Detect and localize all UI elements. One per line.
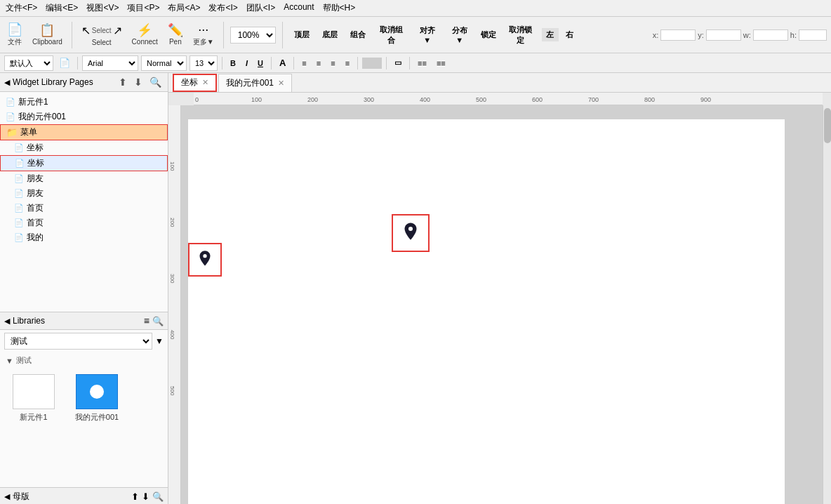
lib-item-new1[interactable]: 新元件1 (6, 374, 62, 423)
tab-zuobiao[interactable]: 坐标 ✕ (173, 74, 217, 92)
lib-group-collapse-icon[interactable]: ▼ (6, 357, 13, 365)
vscrollbar[interactable] (823, 105, 831, 504)
tab-mycomp001-close[interactable]: ✕ (278, 79, 284, 88)
more-format-btn[interactable]: ≡≡ (414, 58, 430, 69)
tree-item-new1[interactable]: 📄 新元件1 (0, 95, 168, 110)
select-arrow: ↗ (113, 24, 122, 37)
lib-dropdown: 测试 ▼ (4, 333, 164, 350)
select-icon: ↖ (81, 24, 91, 37)
tree-label-coord1: 坐标 (27, 142, 44, 154)
italic-btn[interactable]: I (242, 58, 251, 69)
tree-item-home1[interactable]: 📄 首页 (0, 201, 168, 215)
collapse-master-icon[interactable]: ◀ (4, 492, 10, 501)
canvas-area[interactable] (181, 105, 823, 504)
tree-item-menu[interactable]: 📁 菜单 (0, 124, 168, 140)
collapse-lib-icon[interactable]: ◀ (4, 317, 10, 326)
zoom-select[interactable]: 100% 75% 150% (230, 27, 276, 44)
menu-edit[interactable]: 编辑<E> (46, 2, 78, 14)
coord-y-input[interactable] (706, 29, 741, 41)
tree-item-friend2[interactable]: 📄 朋友 (0, 186, 168, 201)
ruler-mark-100: 100 (251, 96, 262, 103)
tree-item-home2[interactable]: 📄 首页 (0, 215, 168, 230)
lib-item-mycomp001[interactable]: 我的元件001 (69, 374, 125, 423)
btn-unlock[interactable]: 取消锁定 (503, 23, 539, 47)
menu-file[interactable]: 文件<F> (6, 2, 37, 14)
libraries-section: ◀ Libraries ≡ 🔍 测试 ▼ ▼ 测试 新元件1 (0, 312, 168, 488)
canvas-wrapper: 坐标 ✕ 我的元件001 ✕ 0 100 200 300 400 500 (168, 73, 831, 504)
btn-align[interactable]: 对齐▼ (413, 24, 442, 46)
toolbar-pen[interactable]: ✏️ Pen (165, 22, 186, 47)
align-center-btn[interactable]: ≡ (313, 58, 324, 69)
btn-left[interactable]: 左 (542, 28, 559, 41)
align-left-btn[interactable]: ≡ (298, 58, 310, 69)
widget-pin-large[interactable] (392, 214, 430, 252)
toolbar-clipboard-label: Clipboard (32, 38, 62, 46)
tree-item-mycomp[interactable]: 📄 我的元件001 (0, 110, 168, 124)
menu-layout[interactable]: 布局<A> (168, 2, 200, 14)
coord-h-input[interactable] (799, 29, 827, 41)
coord-w-label: w: (743, 31, 751, 39)
toolbar-select[interactable]: ↖ Select ↗ Select (79, 22, 125, 48)
format-sep-5 (357, 57, 358, 69)
menu-team[interactable]: 团队<I> (246, 2, 275, 14)
lib-search-btn[interactable]: 🔍 (152, 316, 164, 326)
toolbar-more[interactable]: ··· 更多▼ (190, 22, 217, 48)
canvas-container[interactable]: 0 100 200 300 400 500 600 700 800 900 10… (168, 93, 831, 504)
coord-h-label: h: (790, 31, 797, 39)
btn-right[interactable]: 右 (561, 28, 578, 41)
btn-lock[interactable]: 锁定 (477, 28, 500, 41)
tab-zuobiao-close[interactable]: ✕ (202, 78, 208, 87)
menu-publish[interactable]: 发布<I> (208, 2, 237, 14)
menubar: 文件<F> 编辑<E> 视图<V> 项目<P> 布局<A> 发布<I> 团队<I… (0, 0, 831, 17)
tree-item-coord1[interactable]: 📄 坐标 (0, 140, 168, 155)
coord-w-input[interactable] (753, 29, 788, 41)
toolbar-clipboard[interactable]: 📋 Clipboard (29, 22, 65, 47)
btn-ungroup[interactable]: 取消组合 (373, 23, 410, 47)
style-select[interactable]: Normal (141, 55, 187, 71)
toolbar-connect[interactable]: ⚡ Connect (129, 22, 161, 47)
collapse-pages-icon[interactable]: ◀ (4, 78, 10, 87)
export-page-btn[interactable]: ⬆ (117, 76, 129, 88)
page-icon-friend1: 📄 (14, 174, 24, 183)
bold-btn[interactable]: B (227, 58, 239, 69)
master-export-btn[interactable]: ⬆ (131, 491, 139, 502)
align-right-btn[interactable]: ≡ (327, 58, 338, 69)
menu-help[interactable]: 帮助<H> (323, 2, 356, 14)
widget-pin-small[interactable] (188, 243, 222, 277)
search-pages-btn[interactable]: 🔍 (147, 76, 164, 88)
btn-distribute[interactable]: 分布▼ (445, 24, 474, 46)
format-btn-doc[interactable]: 📄 (56, 57, 73, 69)
font-color-btn[interactable]: A (276, 56, 289, 69)
toolbar-file[interactable]: 📄 文件 (4, 22, 25, 48)
menu-project[interactable]: 项目<P> (127, 2, 159, 14)
coord-x-input[interactable] (660, 29, 696, 41)
page-icon-home1: 📄 (14, 204, 24, 213)
size-select[interactable]: 13 (190, 55, 218, 71)
btn-bottom[interactable]: 底层 (317, 28, 343, 41)
border-btn[interactable]: ▭ (391, 57, 405, 69)
page-icon-mine: 📄 (14, 233, 24, 242)
fill-color-btn[interactable] (362, 58, 382, 69)
menu-view[interactable]: 视图<V> (86, 2, 119, 14)
default-style-select[interactable]: 默认入 (4, 55, 53, 71)
select-label: Select (92, 27, 112, 34)
tree-item-mine[interactable]: 📄 我的 (0, 230, 168, 245)
lib-list-icon[interactable]: ≡ (144, 315, 149, 326)
import-page-btn[interactable]: ⬇ (132, 76, 145, 88)
master-import-btn[interactable]: ⬇ (142, 491, 149, 502)
tree-item-friend1[interactable]: 📄 朋友 (0, 171, 168, 186)
master-search-btn[interactable]: 🔍 (152, 491, 164, 502)
more-format-btn2[interactable]: ≡≡ (433, 58, 449, 69)
tree-item-coord2[interactable]: 📄 坐标 (0, 155, 168, 171)
toolbar-sep-3 (282, 22, 283, 48)
underline-btn[interactable]: U (254, 58, 267, 69)
tab-mycomp001[interactable]: 我的元件001 ✕ (218, 74, 292, 92)
toolbar-sep-1 (72, 22, 72, 48)
vscrollbar-thumb[interactable] (824, 108, 831, 143)
btn-top[interactable]: 顶层 (289, 28, 314, 41)
menu-account[interactable]: Account (284, 2, 314, 14)
btn-group[interactable]: 组合 (345, 28, 371, 41)
font-select[interactable]: Arial (82, 55, 138, 71)
lib-select[interactable]: 测试 (4, 333, 152, 350)
align-justify-btn[interactable]: ≡ (342, 58, 353, 69)
